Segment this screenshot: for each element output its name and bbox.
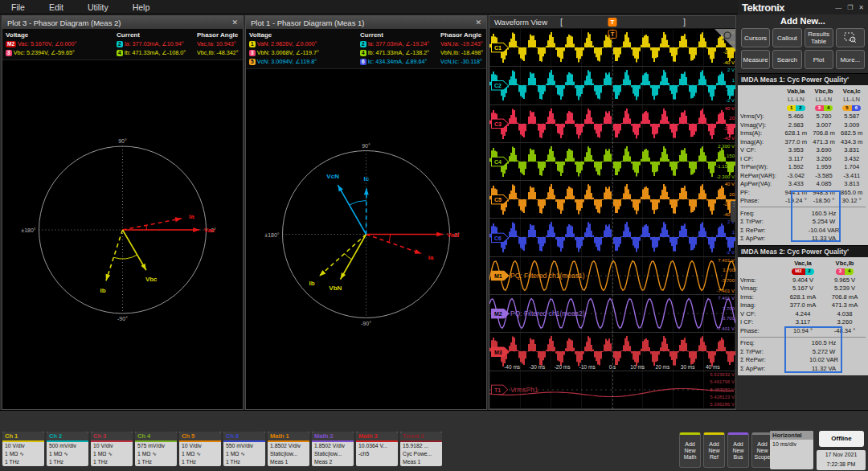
meas-col-header: Vac,Ia	[782, 260, 824, 267]
more--button[interactable]: More...	[836, 50, 865, 69]
channel-card-ch6[interactable]: Ch 6550 mV/div1 MΩ ∿1 THz	[223, 432, 265, 466]
channel-card-setting: 1 MΩ ∿	[223, 450, 265, 458]
zoom-select-icon-button[interactable]	[836, 28, 865, 47]
zoom-corner-icon[interactable]	[714, 29, 735, 50]
meas-value: 5.780	[810, 113, 838, 120]
meas-value: 5.466	[782, 113, 810, 120]
add-new-buttons: Add New MathAdd New RefAdd New BusAdd Ne…	[679, 432, 773, 468]
close-icon[interactable]: ✕	[858, 4, 864, 11]
plot-titlebar[interactable]: Plot 1 - Phasor Diagram (Meas 1)✕	[246, 16, 486, 29]
meas-value: 30.12 °	[837, 197, 866, 204]
channel-card-math1[interactable]: Math 11.8502 V/divStatic|low...Meas 1	[268, 432, 309, 466]
add-new-bus-button[interactable]: Add New Bus	[727, 432, 749, 468]
channel-card-ch4[interactable]: Ch 4575 mV/div1 MΩ ∿1 THz	[135, 432, 177, 466]
plot-titlebar[interactable]: Plot 3 - Phasor Diagram (Meas 2)✕	[2, 16, 243, 29]
offline-button[interactable]: Offline	[819, 431, 864, 447]
source-badge-pair: 12	[782, 105, 810, 112]
window-titlebar: Tektronix —❐✕	[738, 0, 868, 14]
meas-summary-label: Freq:	[740, 210, 782, 217]
vertical-scale-labels: 2 V1-1 V-2 V	[726, 68, 735, 103]
meas-value: 1.959	[810, 163, 838, 170]
channel-card-setting: Meas 1	[268, 458, 309, 466]
channel-card-setting: 1 MΩ ∿	[135, 450, 177, 458]
channel-card-setting: 1 THz	[91, 458, 133, 466]
zoom-select-icon	[844, 32, 857, 43]
trigger-level-icon[interactable]: T	[608, 30, 617, 39]
meas-value: 1.592	[782, 163, 810, 170]
trace-label: VrmsPh1	[510, 386, 538, 394]
meas-row-label: V CF:	[740, 310, 782, 317]
close-icon[interactable]: ✕	[231, 18, 238, 27]
menu-file[interactable]: File	[11, 2, 25, 12]
source-badge: 5	[249, 59, 256, 65]
meas-value: 865.0 m	[837, 189, 866, 196]
svg-text:Vbc: Vbc	[145, 276, 158, 283]
measure-button[interactable]: Measure	[741, 50, 770, 69]
current-readout: Ic: 434.34mA, ∠89.64°	[368, 58, 428, 65]
menu-edit[interactable]: Edit	[49, 2, 63, 12]
meas-value: 377.0 mA	[782, 301, 824, 309]
meas-value: 3.953	[782, 146, 810, 154]
cursors-button[interactable]: Cursors	[741, 28, 770, 47]
channel-card-setting: 10 V/div	[2, 442, 44, 450]
current-readout: Ia: 377.03mA, ∠10.94°	[125, 40, 184, 47]
svg-text:Ic: Ic	[364, 175, 370, 182]
channel-card-ch1[interactable]: Ch 110 V/div1 MΩ ∿1 THz	[2, 432, 44, 466]
meas-summary-value: 11.32 VA	[782, 365, 866, 372]
meas-value: -18.50 °	[810, 197, 838, 204]
vertical-scale-labels: 40 V20-20 V-40 V	[723, 106, 735, 141]
meas-row-label: RePwr(VAR):	[740, 172, 782, 179]
zoom-bracket-right[interactable]: ]	[683, 17, 686, 27]
panel-drag-handle[interactable]: ⋮	[731, 201, 736, 222]
meas-row-label: Irms(A):	[740, 129, 782, 137]
close-icon[interactable]: ✕	[475, 18, 481, 27]
channel-card-math2[interactable]: Math 21.8502 V/divStatic|low...Meas 2	[312, 432, 354, 466]
legend-row: 3Vbc: 5.2394V, ∠-59.65°4Ib: 471.33mA, ∠-…	[6, 48, 240, 57]
scope-application: FileEditUtilityHelp Plot 3 - Phasor Diag…	[0, 0, 868, 471]
channel-card-ch3[interactable]: Ch 310 V/div1 MΩ ∿1 THz	[91, 432, 133, 466]
meas-col-subheader: LL-LN	[810, 96, 838, 103]
menu-help[interactable]: Help	[133, 2, 150, 12]
menu-utility[interactable]: Utility	[88, 2, 108, 12]
meas-row-label: Phase:	[740, 327, 782, 334]
plot-title: Plot 1 - Phasor Diagram (Meas 1)	[251, 18, 365, 27]
meas-summary-label: Freq:	[740, 339, 782, 346]
callout-button[interactable]: Callout	[772, 28, 801, 47]
channel-card-ch5[interactable]: Ch 510 V/div1 MΩ ∿1 THz	[179, 432, 221, 466]
channel-card-name: Ch 3	[91, 432, 133, 442]
meas-summary-value: 5.254 W	[782, 218, 866, 225]
horizontal-panel[interactable]: Horizontal 10 ms/div	[770, 431, 813, 469]
meas-value: 377.0 m	[782, 138, 810, 145]
voltage-readout: Vac: 5.1670V, ∠0.000°	[18, 40, 76, 47]
add-new-ref-button[interactable]: Add New Ref	[703, 432, 725, 468]
add-new-math-button[interactable]: Add New Math	[679, 432, 701, 468]
meas-value: 628.1 mA	[782, 293, 824, 301]
search-button[interactable]: Search	[772, 50, 801, 69]
channel-card-math3[interactable]: Math 310.0364 V...-ch5	[356, 432, 398, 466]
channel-card-trend2[interactable]: Trend 215.9182 ...Cyc Powe...Meas 1	[400, 432, 442, 466]
meas-summary-label: Σ RePwr:	[740, 227, 782, 234]
results-table-button[interactable]: Results Table	[805, 28, 833, 47]
source-badge: 4	[360, 50, 366, 56]
meas-value: 1.704	[837, 163, 866, 170]
trigger-position-icon[interactable]: T	[608, 18, 617, 27]
meas-value: 3.432	[837, 155, 866, 162]
source-badge-pair: 34	[824, 268, 866, 275]
meas-value: 4.038	[824, 310, 866, 317]
legend-row: M2Vac: 5.1670V, ∠0.000°2Ia: 377.03mA, ∠1…	[6, 39, 240, 48]
minimize-icon[interactable]: —	[835, 4, 841, 11]
restore-icon[interactable]: ❐	[847, 4, 853, 11]
meas-col-header: Vbc,Ib	[810, 88, 838, 95]
current-readout: Ib: 471.33mA, ∠-138.2°	[368, 49, 429, 56]
meas-col-subheader: LL-LN	[837, 96, 866, 103]
channel-card-setting: 15.9182 ...	[400, 442, 442, 450]
meas-value: -3.042	[782, 172, 810, 179]
source-badge: 2	[117, 41, 123, 47]
channel-card-ch2[interactable]: Ch 2500 mV/div1 MΩ ∿1 THz	[47, 432, 88, 466]
waveform-view-titlebar[interactable]: Waveform View [ ] T	[489, 16, 735, 29]
source-badge: 3	[249, 50, 256, 56]
meas-value: 3.117	[782, 155, 810, 162]
plot-button[interactable]: Plot	[805, 50, 833, 69]
meas-col-header: Vbc,Ib	[824, 260, 866, 267]
zoom-bracket-left[interactable]: [	[560, 17, 563, 27]
